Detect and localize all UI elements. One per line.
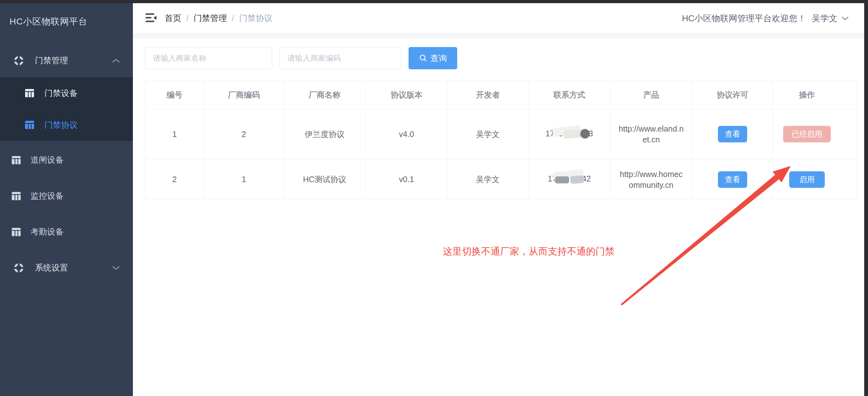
view-button[interactable]: 查看	[718, 126, 747, 142]
table-icon	[25, 121, 34, 129]
sidebar-item-label: 监控设备	[31, 190, 64, 201]
table-header-row: 编号 厂商编码 厂商名称 协议版本 开发者 联系方式 产品 协议许可 操作	[145, 80, 856, 109]
redaction-smudge	[560, 174, 583, 185]
cell-vendor-code: 1	[204, 159, 284, 200]
enable-button[interactable]: 启用	[789, 171, 825, 188]
cell-vendor-code: 2	[204, 109, 284, 159]
search-icon	[419, 54, 427, 62]
table-icon	[25, 89, 34, 98]
cell-actions: 启用	[773, 159, 856, 200]
col-vendor-code: 厂商编码	[204, 80, 284, 109]
username[interactable]: 吴学文	[812, 13, 837, 24]
sidebar-item-system-settings[interactable]: 系统设置	[0, 251, 133, 285]
product-url: http://www.eland.net.cn	[619, 123, 684, 145]
cell-vendor-name: 伊兰度协议	[284, 109, 366, 159]
vendor-name-input[interactable]	[145, 47, 272, 69]
header-shadow-band	[133, 34, 868, 38]
sidebar: HC小区物联网平台 门禁管理	[0, 3, 133, 396]
view-button[interactable]: 查看	[718, 171, 747, 188]
app-title: HC小区物联网平台	[0, 3, 133, 40]
sidebar-menu: 门禁管理 门禁设备	[0, 44, 133, 285]
top-header: 首页 / 门禁管理 / 门禁协议 HC小区物联网管理平台欢迎您！ 吴学文	[133, 3, 868, 34]
breadcrumb-separator: /	[232, 13, 234, 23]
cell-no: 1	[145, 109, 204, 159]
aim-icon	[14, 263, 24, 273]
aim-icon	[14, 56, 24, 65]
col-license: 协议许可	[692, 80, 773, 109]
product-url: http://www.homecommunity.cn	[619, 169, 684, 190]
screenshot-top-edge	[0, 0, 868, 3]
sidebar-item-label: 系统设置	[35, 262, 68, 273]
breadcrumb-home[interactable]: 首页	[165, 13, 181, 24]
chevron-up-icon	[112, 58, 120, 63]
breadcrumb: 首页 / 门禁管理 / 门禁协议	[165, 3, 272, 33]
sidebar-item-access-management[interactable]: 门禁管理	[0, 44, 133, 77]
col-developer: 开发者	[448, 80, 528, 109]
already-enabled-button[interactable]: 已经启用	[783, 126, 831, 142]
col-actions: 操作	[773, 80, 856, 109]
chevron-down-icon[interactable]	[841, 16, 849, 21]
cell-license: 查看	[692, 159, 773, 200]
cell-contact: 177943	[528, 109, 611, 159]
sidebar-item-label: 考勤设备	[31, 226, 64, 237]
breadcrumb-current: 门禁协议	[239, 13, 272, 24]
sidebar-item-label: 道闸设备	[31, 155, 64, 166]
sidebar-item-access-devices[interactable]: 门禁设备	[0, 77, 133, 109]
cell-no: 2	[145, 159, 204, 200]
sidebar-item-label: 门禁设备	[44, 88, 78, 99]
table-icon	[11, 156, 21, 165]
cell-developer: 吴学文	[448, 109, 528, 159]
sidebar-item-barrier-devices[interactable]: 道闸设备	[0, 143, 133, 177]
redaction-smudge	[562, 128, 585, 140]
col-version: 协议版本	[366, 80, 448, 109]
cell-license: 查看	[692, 109, 773, 159]
table-icon	[11, 192, 21, 201]
chevron-down-icon	[112, 265, 120, 270]
cell-actions: 已经启用	[773, 109, 856, 159]
sidebar-item-monitor-devices[interactable]: 监控设备	[0, 179, 133, 212]
col-vendor-name: 厂商名称	[284, 80, 366, 109]
sidebar-item-label: 门禁管理	[35, 55, 68, 66]
screenshot-right-edge	[864, 0, 868, 396]
breadcrumb-separator: /	[186, 13, 189, 23]
sidebar-submenu-access: 门禁设备 门禁协议	[0, 77, 133, 141]
sidebar-item-label: 门禁协议	[44, 120, 78, 131]
breadcrumb-section[interactable]: 门禁管理	[194, 13, 227, 24]
table-icon	[11, 228, 21, 236]
col-product: 产品	[611, 80, 692, 109]
col-contact: 联系方式	[528, 80, 611, 109]
protocol-table: 编号 厂商编码 厂商名称 协议版本 开发者 联系方式 产品 协议许可 操作 1 …	[145, 80, 856, 200]
main-content: 查询 编号 厂商编码 厂商名称 协议版本 开发者 联系方式 产品 协议许可 操作	[133, 38, 868, 396]
cell-developer: 吴学文	[448, 159, 528, 200]
cell-product: http://www.eland.net.cn	[611, 109, 692, 159]
annotation-text: 这里切换不通厂家，从而支持不通的门禁	[443, 245, 615, 258]
table-row: 2 1 HC测试协议 v0.1 吴学文 17742 http://www.hom…	[145, 159, 856, 200]
cell-product: http://www.homecommunity.cn	[611, 159, 692, 200]
cell-vendor-name: HC测试协议	[284, 159, 366, 200]
vendor-code-input[interactable]	[279, 47, 401, 69]
query-button[interactable]: 查询	[409, 47, 457, 69]
welcome-text: HC小区物联网管理平台欢迎您！	[682, 13, 806, 24]
query-button-label: 查询	[431, 53, 447, 64]
sidebar-item-access-protocols[interactable]: 门禁协议	[0, 109, 133, 141]
sidebar-fold-icon[interactable]	[145, 12, 157, 25]
col-no: 编号	[145, 80, 204, 109]
sidebar-item-attendance-devices[interactable]: 考勤设备	[0, 215, 133, 249]
table-row: 1 2 伊兰度协议 v4.0 吴学文 177943 http://www.ela…	[145, 109, 856, 159]
cell-version: v0.1	[366, 159, 448, 200]
cell-contact: 17742	[528, 159, 611, 200]
user-area: HC小区物联网管理平台欢迎您！ 吴学文	[682, 3, 849, 33]
search-toolbar: 查询	[145, 47, 457, 69]
cell-version: v4.0	[366, 109, 448, 159]
